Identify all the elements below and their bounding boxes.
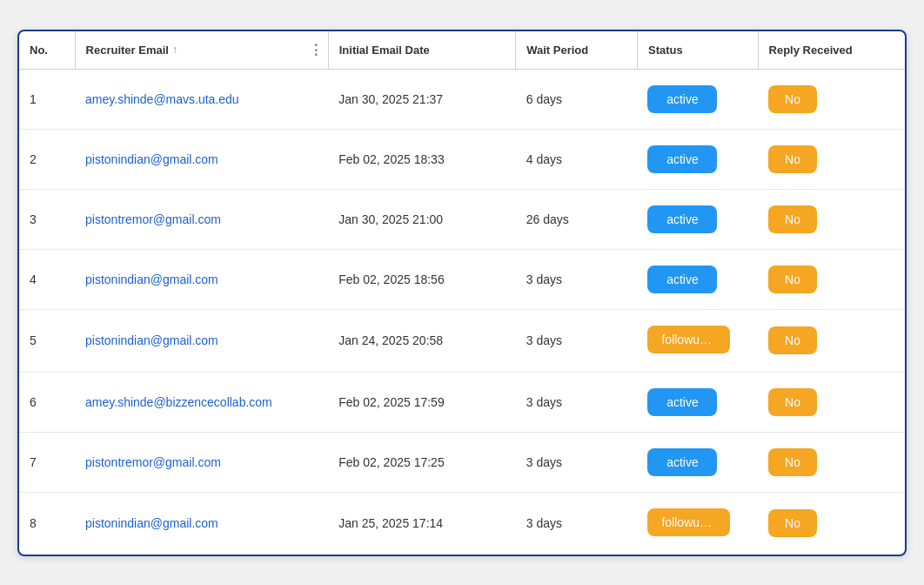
cell-no: 3 xyxy=(19,189,75,249)
cell-no: 8 xyxy=(19,492,75,555)
col-header-email[interactable]: Recruiter Email ↑ ⋮ xyxy=(75,31,328,70)
cell-no: 5 xyxy=(19,309,75,372)
status-badge: followup_se xyxy=(647,326,730,353)
cell-wait: 3 days xyxy=(516,372,638,432)
cell-date: Jan 30, 2025 21:00 xyxy=(328,189,515,249)
cell-no: 7 xyxy=(19,432,75,492)
cell-reply: No xyxy=(758,432,905,492)
cell-reply: No xyxy=(758,372,905,432)
status-badge: active xyxy=(647,266,717,293)
cell-email[interactable]: amey.shinde@mavs.uta.edu xyxy=(75,69,328,129)
cell-reply: No xyxy=(758,129,905,189)
cell-status: active xyxy=(637,372,758,432)
cell-email[interactable]: pistontremor@gmail.com xyxy=(75,189,328,249)
table-row: 3 pistontremor@gmail.com Jan 30, 2025 21… xyxy=(19,189,905,249)
status-badge: followup_se xyxy=(647,508,730,536)
cell-reply: No xyxy=(758,492,905,555)
cell-no: 6 xyxy=(19,372,75,432)
cell-reply: No xyxy=(758,189,905,249)
cell-email[interactable]: pistonindian@gmail.com xyxy=(75,492,328,555)
cell-status: active xyxy=(637,129,758,189)
cell-status: active xyxy=(637,189,758,249)
cell-date: Jan 24, 2025 20:58 xyxy=(328,309,515,372)
table-header-row: No. Recruiter Email ↑ ⋮ Initial Email Da… xyxy=(19,31,905,70)
cell-reply: No xyxy=(758,249,905,309)
col-header-wait: Wait Period xyxy=(516,31,638,70)
cell-wait: 6 days xyxy=(516,69,638,129)
column-menu-icon[interactable]: ⋮ xyxy=(309,42,323,58)
col-header-date: Initial Email Date xyxy=(328,31,515,70)
table-row: 4 pistonindian@gmail.com Feb 02, 2025 18… xyxy=(19,249,905,309)
sort-asc-icon[interactable]: ↑ xyxy=(172,44,177,56)
reply-badge: No xyxy=(768,509,817,537)
cell-date: Jan 25, 2025 17:14 xyxy=(328,492,515,555)
status-badge: active xyxy=(647,388,717,416)
cell-date: Jan 30, 2025 21:37 xyxy=(328,69,515,129)
cell-date: Feb 02, 2025 18:33 xyxy=(328,129,515,189)
table-row: 8 pistonindian@gmail.com Jan 25, 2025 17… xyxy=(19,492,905,555)
cell-wait: 26 days xyxy=(516,189,638,249)
reply-badge: No xyxy=(768,388,817,416)
col-header-no: No. xyxy=(19,31,75,70)
cell-no: 1 xyxy=(19,69,75,129)
table-row: 6 amey.shinde@bizzencecollab.com Feb 02,… xyxy=(19,372,905,432)
cell-wait: 4 days xyxy=(516,129,638,189)
status-badge: active xyxy=(647,85,717,113)
cell-status: followup_se xyxy=(637,492,758,555)
cell-date: Feb 02, 2025 17:25 xyxy=(328,432,515,492)
table-row: 1 amey.shinde@mavs.uta.edu Jan 30, 2025 … xyxy=(19,69,905,129)
cell-date: Feb 02, 2025 18:56 xyxy=(328,249,515,309)
main-table-container: No. Recruiter Email ↑ ⋮ Initial Email Da… xyxy=(17,30,907,556)
table-body: 1 amey.shinde@mavs.uta.edu Jan 30, 2025 … xyxy=(19,69,905,555)
reply-badge: No xyxy=(768,85,817,113)
reply-badge: No xyxy=(768,266,817,293)
cell-date: Feb 02, 2025 17:59 xyxy=(328,372,515,432)
cell-email[interactable]: amey.shinde@bizzencecollab.com xyxy=(75,372,328,432)
cell-email[interactable]: pistonindian@gmail.com xyxy=(75,249,328,309)
col-header-status: Status xyxy=(637,31,758,70)
reply-badge: No xyxy=(768,448,817,476)
col-header-reply: Reply Received xyxy=(758,31,905,70)
cell-wait: 3 days xyxy=(516,249,638,309)
cell-status: active xyxy=(637,69,758,129)
table-row: 2 pistonindian@gmail.com Feb 02, 2025 18… xyxy=(19,129,905,189)
cell-reply: No xyxy=(758,309,905,372)
cell-email[interactable]: pistontremor@gmail.com xyxy=(75,432,328,492)
data-table: No. Recruiter Email ↑ ⋮ Initial Email Da… xyxy=(19,31,905,555)
cell-wait: 3 days xyxy=(516,309,638,372)
table-row: 7 pistontremor@gmail.com Feb 02, 2025 17… xyxy=(19,432,905,492)
reply-badge: No xyxy=(768,145,817,173)
cell-no: 2 xyxy=(19,129,75,189)
reply-badge: No xyxy=(768,326,817,354)
cell-reply: No xyxy=(758,69,905,129)
cell-email[interactable]: pistonindian@gmail.com xyxy=(75,309,328,372)
status-badge: active xyxy=(647,145,717,173)
cell-wait: 3 days xyxy=(516,492,638,555)
cell-wait: 3 days xyxy=(516,432,638,492)
cell-no: 4 xyxy=(19,249,75,309)
table-row: 5 pistonindian@gmail.com Jan 24, 2025 20… xyxy=(19,309,905,372)
cell-status: active xyxy=(637,432,758,492)
cell-status: active xyxy=(637,249,758,309)
status-badge: active xyxy=(647,205,717,233)
cell-status: followup_se xyxy=(637,309,758,372)
status-badge: active xyxy=(647,448,717,476)
reply-badge: No xyxy=(768,205,817,233)
cell-email[interactable]: pistonindian@gmail.com xyxy=(75,129,328,189)
